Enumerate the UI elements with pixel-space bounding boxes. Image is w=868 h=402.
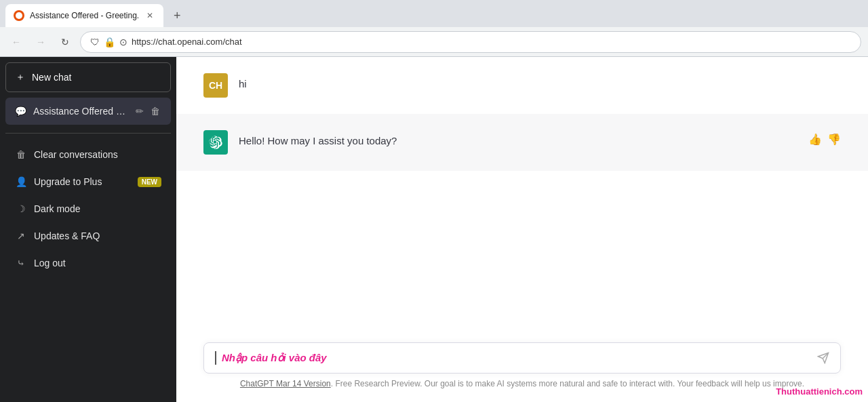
chat-item-title: Assistance Offered - Gr — [33, 106, 127, 117]
input-placeholder: Nhập câu hỏi vào đây — [222, 352, 817, 364]
svg-point-0 — [16, 12, 22, 19]
new-chat-button[interactable]: ＋ New chat — [5, 62, 171, 92]
lock-icon: 🔒 — [104, 37, 115, 47]
text-cursor — [215, 351, 216, 365]
user-message-row: CH hi — [176, 57, 868, 114]
sidebar-menu: 🗑 Clear conversations 👤 Upgrade to Plus … — [5, 142, 171, 397]
dark-mode-label: Dark mode — [34, 203, 80, 214]
chat-icon: 💬 — [15, 106, 26, 117]
browser-chrome: Assistance Offered - Greeting. ✕ + ← → ↻… — [0, 0, 868, 57]
forward-button[interactable]: → — [31, 33, 50, 52]
clear-conversations-label: Clear conversations — [34, 149, 118, 160]
plus-icon: ＋ — [16, 71, 25, 83]
new-tab-button[interactable]: + — [167, 6, 186, 25]
assistant-message-content: Hello! How may I assist you today? — [239, 130, 797, 149]
send-button[interactable] — [817, 352, 829, 364]
address-bar[interactable]: 🛡 🔒 ⊙ https://chat.openai.com/chat — [80, 31, 861, 53]
back-button[interactable]: ← — [7, 33, 26, 52]
new-chat-label: New chat — [32, 72, 71, 83]
thumbs-up-button[interactable]: 👍 — [808, 133, 822, 146]
thumbs-down-button[interactable]: 👎 — [827, 133, 841, 146]
assistant-avatar — [203, 130, 228, 155]
delete-chat-button[interactable]: 🗑 — [149, 104, 161, 118]
tab-close-button[interactable]: ✕ — [144, 10, 155, 21]
logout-icon: ⤷ — [15, 257, 27, 269]
chat-input-box[interactable]: Nhập câu hỏi vào đây — [203, 342, 841, 374]
message-actions: 👍 👎 — [808, 130, 841, 146]
trash-icon: 🗑 — [15, 148, 27, 161]
user-avatar: CH — [203, 73, 228, 98]
reload-button[interactable]: ↻ — [56, 33, 75, 52]
sidebar-item-clear-conversations[interactable]: 🗑 Clear conversations — [5, 142, 171, 167]
sidebar: ＋ New chat 💬 Assistance Offered - Gr ✏ 🗑… — [0, 57, 176, 402]
chat-item-actions: ✏ 🗑 — [134, 104, 161, 118]
browser-toolbar: ← → ↻ 🛡 🔒 ⊙ https://chat.openai.com/chat — [0, 27, 868, 57]
assistant-message-row: Hello! How may I assist you today? 👍 👎 — [176, 114, 868, 171]
tab-favicon — [14, 10, 24, 21]
chat-history-item[interactable]: 💬 Assistance Offered - Gr ✏ 🗑 — [5, 98, 171, 125]
sidebar-item-upgrade[interactable]: 👤 Upgrade to Plus NEW — [5, 169, 171, 195]
app: ＋ New chat 💬 Assistance Offered - Gr ✏ 🗑… — [0, 57, 868, 402]
tab-title: Assistance Offered - Greeting. — [30, 11, 139, 20]
sidebar-item-dark-mode[interactable]: ☽ Dark mode — [5, 196, 171, 222]
logout-label: Log out — [34, 258, 66, 268]
tab-bar: Assistance Offered - Greeting. ✕ + — [0, 0, 868, 27]
footer-text: ChatGPT Mar 14 Version. Free Research Pr… — [203, 374, 841, 395]
new-badge: NEW — [138, 177, 161, 187]
tracking-icon: ⊙ — [119, 37, 127, 47]
chat-area: CH hi Hello! How may I assist you today?… — [176, 57, 868, 402]
upgrade-label: Upgrade to Plus — [34, 176, 102, 187]
external-link-icon: ↗ — [15, 230, 27, 242]
user-icon: 👤 — [15, 176, 27, 188]
sidebar-item-logout[interactable]: ⤷ Log out — [5, 250, 171, 276]
input-area: Nhập câu hỏi vào đây ChatGPT Mar 14 Vers… — [176, 331, 868, 402]
security-icon: 🛡 — [90, 37, 100, 47]
sidebar-item-updates-faq[interactable]: ↗ Updates & FAQ — [5, 223, 171, 249]
messages-container: CH hi Hello! How may I assist you today?… — [176, 57, 868, 331]
edit-chat-button[interactable]: ✏ — [134, 104, 145, 118]
updates-faq-label: Updates & FAQ — [34, 230, 100, 241]
moon-icon: ☽ — [15, 203, 27, 215]
active-tab[interactable]: Assistance Offered - Greeting. ✕ — [5, 4, 163, 27]
user-message-content: hi — [239, 73, 841, 92]
sidebar-divider — [5, 133, 171, 134]
url-text: https://chat.openai.com/chat — [132, 37, 851, 47]
footer-link[interactable]: ChatGPT Mar 14 Version — [240, 379, 331, 388]
footer-description: . Free Research Preview. Our goal is to … — [331, 379, 804, 388]
